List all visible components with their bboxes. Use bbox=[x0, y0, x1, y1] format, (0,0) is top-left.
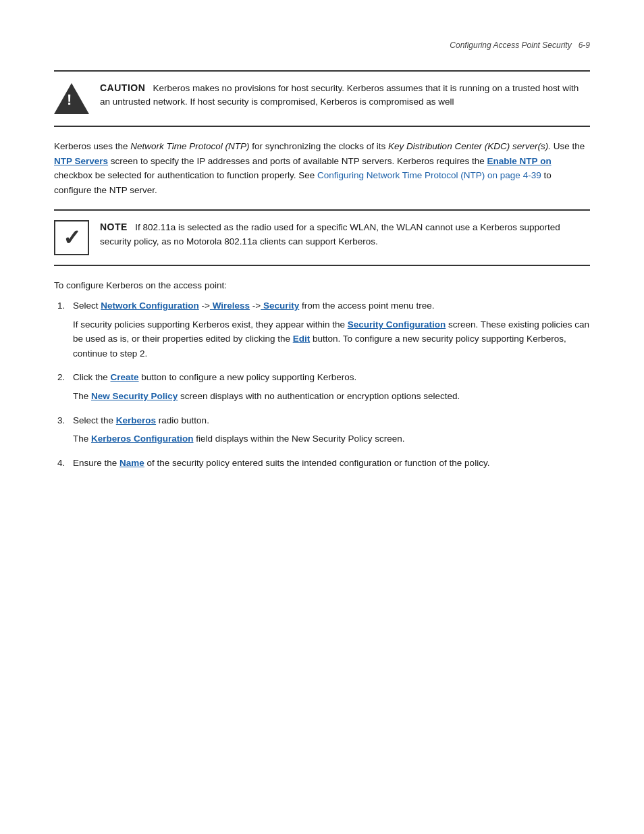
kerberos-radio-link[interactable]: Kerberos bbox=[116, 415, 156, 425]
caution-text: Kerberos makes no provisions for host se… bbox=[100, 83, 579, 107]
network-configuration-link[interactable]: Network Configuration bbox=[101, 301, 199, 311]
step-3-sub-text-1: The bbox=[73, 434, 91, 444]
step-4-text-after: of the security policy entered suits the… bbox=[144, 458, 490, 468]
section-intro: To configure Kerberos on the access poin… bbox=[54, 278, 590, 293]
note-content: NOTE If 802.11a is selected as the radio… bbox=[100, 220, 590, 249]
step-1-sub: If security policies supporting Kerberos… bbox=[54, 317, 590, 361]
step-1-sub-text-1: If security policies supporting Kerberos… bbox=[73, 319, 348, 330]
caution-label: CAUTION bbox=[100, 82, 145, 93]
step-3: Select the Kerberos radio button. The Ke… bbox=[68, 413, 590, 446]
step-3-text-before: Select the bbox=[73, 415, 116, 425]
step-4: Ensure the Name of the security policy e… bbox=[68, 456, 590, 471]
note-label: NOTE bbox=[100, 221, 128, 232]
body-italic-2: Key Distribution Center (KDC) server(s). bbox=[388, 141, 551, 151]
step-3-container: Select the Kerberos radio button. The Ke… bbox=[73, 413, 590, 446]
steps-list: Select Network Configuration -> Wireless… bbox=[54, 298, 590, 470]
step-2-container: Click the Create button to configure a n… bbox=[73, 370, 590, 403]
step-1-arrow-1: -> bbox=[199, 301, 210, 311]
new-security-policy-link[interactable]: New Security Policy bbox=[91, 391, 178, 401]
page-header-text: Configuring Access Point Security 6-9 bbox=[450, 41, 590, 50]
body-text-1: Kerberos uses the bbox=[54, 141, 130, 151]
step-1-text-after: from the access point menu tree. bbox=[299, 301, 434, 311]
note-icon: ✓ bbox=[54, 220, 89, 255]
step-3-text-after: radio button. bbox=[156, 415, 209, 425]
step-1-container: Select Network Configuration -> Wireless… bbox=[73, 298, 590, 361]
header-title: Configuring Access Point Security bbox=[450, 41, 571, 50]
body-text-4: screen to specify the IP addresses and p… bbox=[108, 156, 487, 166]
page-container: Configuring Access Point Security 6-9 CA… bbox=[0, 0, 644, 834]
step-2-text-after: button to configure a new policy support… bbox=[139, 372, 357, 382]
step-2: Click the Create button to configure a n… bbox=[68, 370, 590, 403]
configuring-ntp-link[interactable]: Configuring Network Time Protocol (NTP) … bbox=[317, 170, 541, 180]
wireless-link[interactable]: Wireless bbox=[210, 301, 250, 311]
step-2-text-before: Click the bbox=[73, 372, 111, 382]
body-italic-1: Network Time Protocol (NTP) bbox=[130, 141, 249, 151]
ntp-servers-link[interactable]: NTP Servers bbox=[54, 156, 108, 166]
checkmark-icon: ✓ bbox=[63, 225, 81, 251]
step-1-arrow-2: -> bbox=[250, 301, 261, 311]
body-text-5: checkbox be selected for authentication … bbox=[54, 170, 317, 180]
create-link[interactable]: Create bbox=[111, 372, 139, 382]
warning-triangle-icon bbox=[54, 83, 89, 114]
step-3-sub-text-2: field displays within the New Security P… bbox=[194, 434, 405, 444]
security-link[interactable]: Security bbox=[261, 301, 299, 311]
body-text-2: for synchronizing the clocks of its bbox=[250, 141, 389, 151]
body-text-3: Use the bbox=[551, 141, 585, 151]
name-link[interactable]: Name bbox=[119, 458, 144, 468]
step-3-sub: The Kerberos Configuration field display… bbox=[54, 432, 590, 446]
page-header: Configuring Access Point Security 6-9 bbox=[54, 41, 590, 50]
note-box: ✓ NOTE If 802.11a is selected as the rad… bbox=[54, 209, 590, 266]
caution-icon bbox=[54, 81, 89, 116]
caution-content: CAUTION Kerberos makes no provisions for… bbox=[100, 81, 590, 109]
enable-ntp-link[interactable]: Enable NTP on bbox=[487, 156, 552, 166]
note-text: If 802.11a is selected as the radio used… bbox=[100, 222, 560, 246]
step-1-text-before: Select bbox=[73, 301, 101, 311]
step-2-sub-text-1: The bbox=[73, 391, 91, 401]
edit-link[interactable]: Edit bbox=[293, 334, 311, 344]
caution-box: CAUTION Kerberos makes no provisions for… bbox=[54, 70, 590, 127]
body-paragraph: Kerberos uses the Network Time Protocol … bbox=[54, 139, 590, 197]
step-2-sub: The New Security Policy screen displays … bbox=[54, 389, 590, 404]
step-1: Select Network Configuration -> Wireless… bbox=[68, 298, 590, 361]
step-4-container: Ensure the Name of the security policy e… bbox=[73, 456, 590, 471]
kerberos-configuration-link[interactable]: Kerberos Configuration bbox=[91, 434, 194, 444]
step-4-text-before: Ensure the bbox=[73, 458, 119, 468]
step-2-sub-text-2: screen displays with no authentication o… bbox=[178, 391, 460, 401]
security-configuration-link-1[interactable]: Security Configuration bbox=[348, 319, 446, 330]
page-number: 6-9 bbox=[579, 41, 590, 50]
